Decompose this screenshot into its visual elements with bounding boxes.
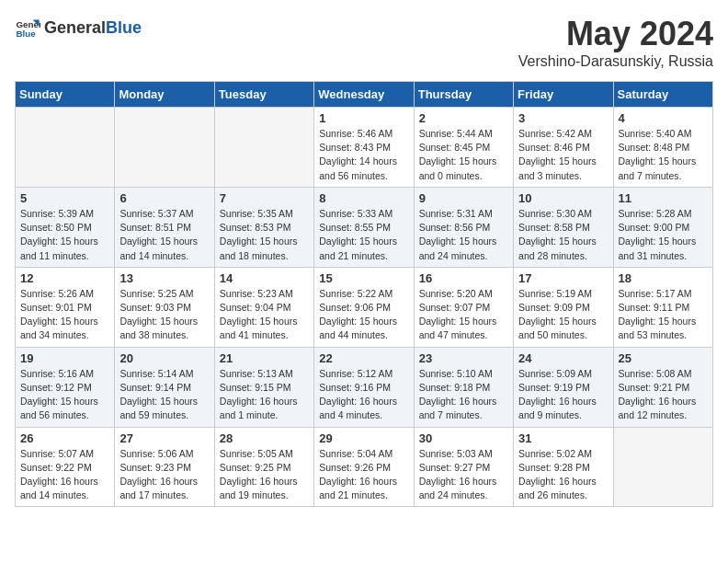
calendar-cell: 25Sunrise: 5:08 AM Sunset: 9:21 PM Dayli… — [613, 347, 712, 427]
day-info: Sunrise: 5:22 AM Sunset: 9:06 PM Dayligh… — [319, 287, 408, 343]
day-number: 25 — [619, 351, 708, 365]
calendar-cell: 24Sunrise: 5:09 AM Sunset: 9:19 PM Dayli… — [514, 347, 613, 427]
header-friday: Friday — [514, 82, 613, 108]
day-number: 1 — [319, 111, 408, 125]
day-number: 15 — [319, 271, 408, 285]
day-number: 14 — [220, 271, 309, 285]
day-info: Sunrise: 5:16 AM Sunset: 9:12 PM Dayligh… — [20, 367, 109, 423]
logo-text: GeneralBlue — [44, 18, 142, 38]
header-saturday: Saturday — [613, 82, 712, 108]
day-number: 11 — [619, 191, 708, 205]
page-header: General Blue GeneralBlue May 2024 Vershi… — [15, 15, 713, 70]
day-info: Sunrise: 5:40 AM Sunset: 8:48 PM Dayligh… — [619, 127, 708, 183]
day-info: Sunrise: 5:33 AM Sunset: 8:55 PM Dayligh… — [319, 207, 408, 263]
day-number: 8 — [319, 191, 408, 205]
day-info: Sunrise: 5:06 AM Sunset: 9:23 PM Dayligh… — [119, 447, 209, 503]
day-info: Sunrise: 5:10 AM Sunset: 9:18 PM Dayligh… — [419, 367, 508, 423]
day-info: Sunrise: 5:04 AM Sunset: 9:26 PM Dayligh… — [319, 447, 408, 503]
calendar-week-row: 12Sunrise: 5:26 AM Sunset: 9:01 PM Dayli… — [16, 267, 713, 347]
calendar-cell: 2Sunrise: 5:44 AM Sunset: 8:45 PM Daylig… — [414, 108, 513, 188]
day-number: 26 — [20, 431, 109, 445]
day-info: Sunrise: 5:14 AM Sunset: 9:14 PM Dayligh… — [119, 367, 209, 423]
day-number: 19 — [20, 351, 109, 365]
day-info: Sunrise: 5:23 AM Sunset: 9:04 PM Dayligh… — [220, 287, 309, 343]
location: Vershino-Darasunskiy, Russia — [518, 53, 713, 70]
day-info: Sunrise: 5:17 AM Sunset: 9:11 PM Dayligh… — [619, 287, 708, 343]
day-number: 22 — [319, 351, 408, 365]
day-number: 20 — [119, 351, 209, 365]
calendar-cell: 26Sunrise: 5:07 AM Sunset: 9:22 PM Dayli… — [16, 427, 115, 507]
calendar-cell: 12Sunrise: 5:26 AM Sunset: 9:01 PM Dayli… — [16, 267, 115, 347]
day-info: Sunrise: 5:13 AM Sunset: 9:15 PM Dayligh… — [220, 367, 309, 423]
header-sunday: Sunday — [16, 82, 115, 108]
day-info: Sunrise: 5:31 AM Sunset: 8:56 PM Dayligh… — [419, 207, 508, 263]
calendar-cell — [214, 108, 313, 188]
logo: General Blue GeneralBlue — [15, 15, 142, 40]
day-number: 12 — [20, 271, 109, 285]
month-year: May 2024 — [518, 15, 713, 53]
calendar-cell: 23Sunrise: 5:10 AM Sunset: 9:18 PM Dayli… — [414, 347, 513, 427]
day-number: 10 — [518, 191, 608, 205]
day-number: 18 — [619, 271, 708, 285]
calendar-cell: 16Sunrise: 5:20 AM Sunset: 9:07 PM Dayli… — [414, 267, 513, 347]
calendar-cell: 31Sunrise: 5:02 AM Sunset: 9:28 PM Dayli… — [514, 427, 613, 507]
day-number: 27 — [119, 431, 209, 445]
calendar-cell: 11Sunrise: 5:28 AM Sunset: 9:00 PM Dayli… — [613, 187, 712, 267]
calendar-cell: 5Sunrise: 5:39 AM Sunset: 8:50 PM Daylig… — [16, 187, 115, 267]
calendar-cell: 28Sunrise: 5:05 AM Sunset: 9:25 PM Dayli… — [214, 427, 313, 507]
calendar-cell: 17Sunrise: 5:19 AM Sunset: 9:09 PM Dayli… — [514, 267, 613, 347]
calendar-cell: 13Sunrise: 5:25 AM Sunset: 9:03 PM Dayli… — [115, 267, 214, 347]
day-info: Sunrise: 5:08 AM Sunset: 9:21 PM Dayligh… — [619, 367, 708, 423]
day-info: Sunrise: 5:46 AM Sunset: 8:43 PM Dayligh… — [319, 127, 408, 183]
day-info: Sunrise: 5:02 AM Sunset: 9:28 PM Dayligh… — [518, 447, 608, 503]
day-number: 2 — [419, 111, 508, 125]
day-number: 30 — [419, 431, 508, 445]
calendar-cell: 6Sunrise: 5:37 AM Sunset: 8:51 PM Daylig… — [115, 187, 214, 267]
day-number: 5 — [20, 191, 109, 205]
calendar-week-row: 5Sunrise: 5:39 AM Sunset: 8:50 PM Daylig… — [16, 187, 713, 267]
calendar: Sunday Monday Tuesday Wednesday Thursday… — [15, 81, 713, 507]
day-info: Sunrise: 5:20 AM Sunset: 9:07 PM Dayligh… — [419, 287, 508, 343]
calendar-week-row: 19Sunrise: 5:16 AM Sunset: 9:12 PM Dayli… — [16, 347, 713, 427]
day-info: Sunrise: 5:26 AM Sunset: 9:01 PM Dayligh… — [20, 287, 109, 343]
day-info: Sunrise: 5:05 AM Sunset: 9:25 PM Dayligh… — [220, 447, 309, 503]
day-number: 3 — [518, 111, 608, 125]
day-info: Sunrise: 5:12 AM Sunset: 9:16 PM Dayligh… — [319, 367, 408, 423]
calendar-cell: 21Sunrise: 5:13 AM Sunset: 9:15 PM Dayli… — [214, 347, 313, 427]
day-number: 13 — [119, 271, 209, 285]
calendar-cell: 14Sunrise: 5:23 AM Sunset: 9:04 PM Dayli… — [214, 267, 313, 347]
calendar-week-row: 26Sunrise: 5:07 AM Sunset: 9:22 PM Dayli… — [16, 427, 713, 507]
day-info: Sunrise: 5:03 AM Sunset: 9:27 PM Dayligh… — [419, 447, 508, 503]
calendar-cell: 7Sunrise: 5:35 AM Sunset: 8:53 PM Daylig… — [214, 187, 313, 267]
day-number: 31 — [518, 431, 608, 445]
day-number: 9 — [419, 191, 508, 205]
day-info: Sunrise: 5:25 AM Sunset: 9:03 PM Dayligh… — [119, 287, 209, 343]
day-info: Sunrise: 5:30 AM Sunset: 8:58 PM Dayligh… — [518, 207, 608, 263]
calendar-cell: 1Sunrise: 5:46 AM Sunset: 8:43 PM Daylig… — [314, 108, 414, 188]
day-number: 28 — [220, 431, 309, 445]
day-number: 16 — [419, 271, 508, 285]
calendar-cell: 3Sunrise: 5:42 AM Sunset: 8:46 PM Daylig… — [514, 108, 613, 188]
calendar-cell: 10Sunrise: 5:30 AM Sunset: 8:58 PM Dayli… — [514, 187, 613, 267]
day-info: Sunrise: 5:28 AM Sunset: 9:00 PM Dayligh… — [619, 207, 708, 263]
day-info: Sunrise: 5:42 AM Sunset: 8:46 PM Dayligh… — [518, 127, 608, 183]
calendar-cell — [115, 108, 214, 188]
calendar-cell: 8Sunrise: 5:33 AM Sunset: 8:55 PM Daylig… — [314, 187, 414, 267]
day-info: Sunrise: 5:35 AM Sunset: 8:53 PM Dayligh… — [220, 207, 309, 263]
day-number: 24 — [518, 351, 608, 365]
day-number: 7 — [220, 191, 309, 205]
calendar-header-row: Sunday Monday Tuesday Wednesday Thursday… — [16, 82, 713, 108]
calendar-cell: 9Sunrise: 5:31 AM Sunset: 8:56 PM Daylig… — [414, 187, 513, 267]
day-info: Sunrise: 5:09 AM Sunset: 9:19 PM Dayligh… — [518, 367, 608, 423]
day-info: Sunrise: 5:07 AM Sunset: 9:22 PM Dayligh… — [20, 447, 109, 503]
day-number: 23 — [419, 351, 508, 365]
day-info: Sunrise: 5:19 AM Sunset: 9:09 PM Dayligh… — [518, 287, 608, 343]
calendar-cell — [16, 108, 115, 188]
calendar-cell: 29Sunrise: 5:04 AM Sunset: 9:26 PM Dayli… — [314, 427, 414, 507]
svg-text:Blue: Blue — [16, 29, 36, 39]
calendar-cell: 20Sunrise: 5:14 AM Sunset: 9:14 PM Dayli… — [115, 347, 214, 427]
day-number: 6 — [119, 191, 209, 205]
day-info: Sunrise: 5:37 AM Sunset: 8:51 PM Dayligh… — [119, 207, 209, 263]
title-block: May 2024 Vershino-Darasunskiy, Russia — [518, 15, 713, 70]
logo-icon: General Blue — [15, 15, 40, 40]
